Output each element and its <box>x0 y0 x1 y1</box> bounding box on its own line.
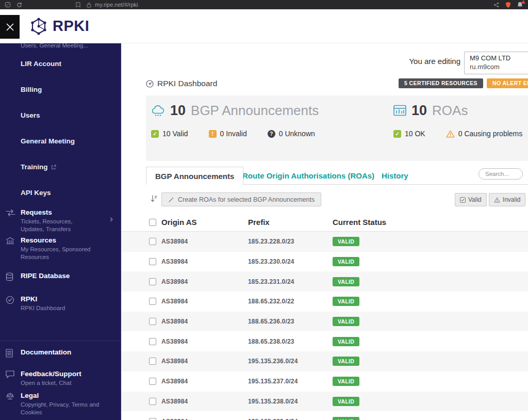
tab-roas[interactable]: Route Origin Authorisations (ROAs) <box>242 167 374 184</box>
filter-valid[interactable]: Valid <box>455 193 487 206</box>
ok-check-icon: ✓ <box>393 130 401 138</box>
bookmark-icon[interactable] <box>76 2 80 8</box>
dashboard-gauge-icon <box>146 80 154 88</box>
select-all-checkbox[interactable] <box>149 219 156 226</box>
row-checkbox[interactable] <box>149 378 156 385</box>
status-badge: VALID <box>333 417 359 420</box>
summary-panel: 10 BGP Announcements ✓ 10 Valid ! 0 Inva… <box>146 95 528 161</box>
documentation-icon <box>6 349 13 358</box>
row-checkbox[interactable] <box>149 238 156 245</box>
column-origin-as: Origin AS <box>161 218 197 227</box>
table-toolbar: Create ROAs for selected BGP Announcemen… <box>121 192 528 207</box>
status-badge: VALID <box>333 257 359 266</box>
stat-bgp-invalid: ! 0 Invalid <box>209 130 247 138</box>
browser-tab-icon[interactable] <box>5 2 10 7</box>
sidebar-item-lir-account[interactable]: LIR Account <box>21 60 61 68</box>
table-row[interactable]: AS38984 188.65.238.0/23 VALID <box>121 331 528 351</box>
stat-roas-problems: 0 Causing problems <box>446 130 523 138</box>
table-row[interactable]: AS38984 188.65.236.0/23 VALID <box>121 312 528 332</box>
sidebar-item-users[interactable]: Users <box>21 111 40 119</box>
sidebar-item-ripe-database[interactable]: RIPE Database <box>0 272 121 280</box>
page-title-row: RPKI Dashboard <box>146 79 217 88</box>
table-row[interactable]: AS38984 195.135.237.0/24 VALID <box>121 371 528 392</box>
table-body: AS38984 185.23.228.0/23 VALID AS38984 18… <box>121 232 528 420</box>
row-checkbox[interactable] <box>149 318 156 325</box>
table-row[interactable]: AS38984 195.135.236.0/24 VALID <box>121 351 528 371</box>
sidebar-partial-subtitle: Users, General Meeting... <box>21 43 88 49</box>
table-row[interactable]: AS38984 185.23.228.0/23 VALID <box>121 232 528 252</box>
reload-icon[interactable] <box>16 2 22 8</box>
row-checkbox[interactable] <box>149 358 156 365</box>
org-selector[interactable]: M9 COM LTD ru.m9com <box>464 52 528 74</box>
page-title: RPKI Dashboard <box>157 79 217 88</box>
column-current-status: Current Status <box>333 218 386 227</box>
sidebar-item-documentation[interactable]: Documentation <box>0 348 121 356</box>
sidebar-item-billing[interactable]: Billing <box>21 86 42 93</box>
search-input[interactable] <box>478 168 523 180</box>
alert-emails-badge[interactable]: NO ALERT EM <box>487 78 528 88</box>
sidebar-item-general-meeting[interactable]: General Meeting <box>21 137 75 145</box>
bgp-cloud-icon <box>151 105 165 117</box>
notification-badge <box>521 0 525 4</box>
sidebar-item-legal[interactable]: Legal Copyright, Privacy, Terms and Cook… <box>0 392 121 416</box>
status-badge: VALID <box>333 397 359 406</box>
bgp-label: BGP Announcements <box>191 103 319 119</box>
table-row[interactable]: AS38984 185.23.230.0/24 VALID <box>121 252 528 272</box>
site-info-icon[interactable] <box>87 2 91 8</box>
table-row[interactable]: AS38984 185.23.231.0/24 VALID <box>121 271 528 292</box>
close-icon <box>6 23 14 31</box>
status-badge: VALID <box>333 377 359 386</box>
warning-triangle-icon <box>446 130 455 138</box>
roas-summary: 10 ROAs <box>393 103 468 119</box>
sidebar-divider <box>0 341 121 341</box>
sidebar-item-requests[interactable]: Requests Tickets, Resources, Updates, Tr… <box>0 208 121 233</box>
row-checkbox[interactable] <box>149 258 156 265</box>
sort-icon[interactable] <box>151 195 157 203</box>
row-checkbox[interactable] <box>149 338 156 345</box>
status-badge: VALID <box>333 317 359 326</box>
certified-resources-badge: 5 CERTIFIED RESOURCES <box>399 78 483 88</box>
status-filters: Valid Invalid <box>455 193 525 206</box>
filter-invalid[interactable]: Invalid <box>489 193 526 206</box>
bgp-count: 10 <box>170 103 186 119</box>
main-content: You are editing M9 COM LTD ru.m9com RPKI… <box>121 43 528 420</box>
sidebar-item-training[interactable]: Training <box>21 163 56 171</box>
database-icon <box>6 272 13 281</box>
shield-icon[interactable] <box>505 2 511 8</box>
sidebar: Users, General Meeting... LIR Account Bi… <box>0 43 121 420</box>
status-badge: VALID <box>333 277 359 286</box>
row-checkbox[interactable] <box>149 418 156 420</box>
row-checkbox[interactable] <box>149 398 156 405</box>
invalid-exclamation-icon: ! <box>209 130 217 138</box>
sidebar-item-rpki[interactable]: RPKI RPKI Dashboard <box>0 295 121 312</box>
share-icon[interactable] <box>493 2 499 8</box>
stat-bgp-unknown: ? 0 Unknown <box>268 130 315 138</box>
scales-icon <box>6 392 14 400</box>
table-row[interactable]: AS38984 195.135.239.0/24 VALID <box>121 411 528 420</box>
sidebar-item-api-keys[interactable]: API Keys <box>21 189 51 197</box>
tab-history[interactable]: History <box>382 167 408 184</box>
invalid-filter-icon <box>494 197 500 203</box>
table-row[interactable]: AS38984 188.65.232.0/22 VALID <box>121 292 528 312</box>
screen: my.ripe.net/#/rpki RPKI <box>0 0 528 420</box>
sidebar-item-resources[interactable]: Resources My Resources, Sponsored Resour… <box>0 236 121 261</box>
valid-filter-icon <box>460 197 466 203</box>
tab-bar: BGP Announcements Route Origin Authorisa… <box>121 167 528 185</box>
status-badge: VALID <box>333 297 359 306</box>
table-row[interactable]: AS38984 195.135.238.0/24 VALID <box>121 392 528 412</box>
close-menu-button[interactable] <box>0 15 20 39</box>
external-link-icon <box>51 165 56 170</box>
url-bar[interactable]: my.ripe.net/#/rpki <box>95 2 138 8</box>
row-checkbox[interactable] <box>149 278 156 285</box>
notifications-bell-icon[interactable] <box>517 2 523 8</box>
create-roas-button[interactable]: Create ROAs for selected BGP Announcemen… <box>161 192 321 206</box>
hexagon-logo-icon <box>29 17 48 36</box>
column-prefix: Prefix <box>248 218 270 227</box>
rpki-logo[interactable]: RPKI <box>29 17 89 36</box>
create-roa-icon <box>168 197 174 203</box>
stat-bgp-valid: ✓ 10 Valid <box>151 130 188 138</box>
tab-bgp-announcements[interactable]: BGP Announcements <box>146 167 243 185</box>
roas-count: 10 <box>411 103 427 119</box>
sidebar-item-feedback-support[interactable]: Feedback/Support Open a ticket, Chat <box>0 370 121 387</box>
row-checkbox[interactable] <box>149 298 156 305</box>
